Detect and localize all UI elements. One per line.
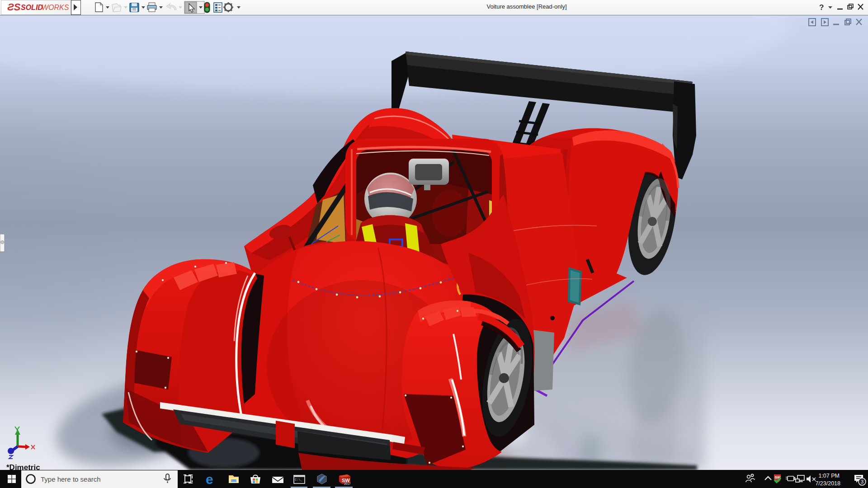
svg-text:*Dimetric: *Dimetric: [6, 463, 40, 470]
svg-text:7/23/2018: 7/23/2018: [815, 480, 840, 487]
svg-text:SOLID: SOLID: [21, 4, 43, 11]
svg-text:2017: 2017: [344, 482, 351, 485]
svg-text:ƧS: ƧS: [7, 1, 21, 13]
svg-text:3: 3: [861, 479, 863, 484]
svg-text:WORKS: WORKS: [42, 4, 69, 11]
svg-text:C:\_: C:\_: [295, 478, 303, 482]
svg-text:1:07 PM: 1:07 PM: [818, 473, 840, 479]
svg-text:Type here to search: Type here to search: [41, 475, 101, 483]
svg-text:?: ?: [819, 3, 824, 12]
svg-text:e: e: [206, 472, 213, 487]
